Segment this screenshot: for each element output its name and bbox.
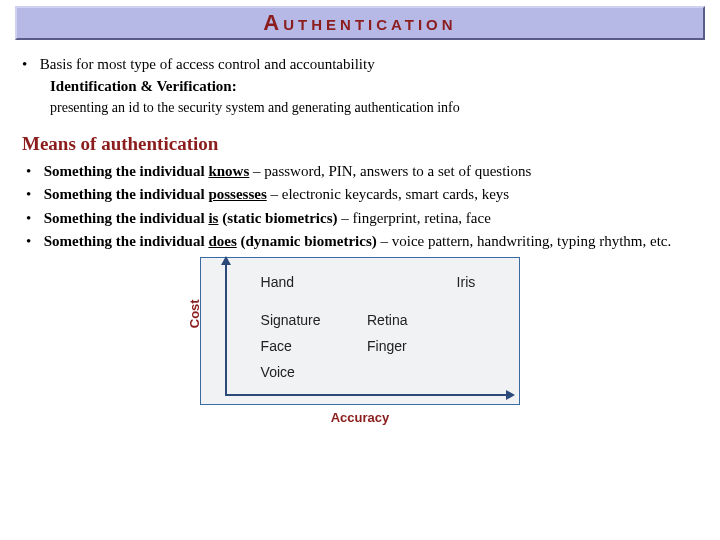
axis-arrow-up-icon (221, 256, 231, 265)
list-item: • Something the individual is (static bi… (26, 208, 698, 228)
chart-point-label: Signature (261, 311, 321, 330)
bullet-icon: • (26, 208, 40, 228)
chart-frame: HandSignatureFaceVoiceRetinaFingerIris (200, 257, 520, 405)
chart-point-label: Voice (261, 363, 295, 382)
chart-point-label: Retina (367, 311, 407, 330)
chart-point-label: Face (261, 337, 292, 356)
chart-plot-area: HandSignatureFaceVoiceRetinaFingerIris (225, 264, 507, 396)
slide-title: Authentication (263, 10, 456, 35)
bullet-icon: • (22, 54, 36, 74)
axis-arrow-right-icon (506, 390, 515, 400)
sub-ident-title: Identification & Verification: (50, 76, 698, 96)
biometrics-chart: Cost HandSignatureFaceVoiceRetinaFingerI… (200, 257, 520, 427)
means-list: • Something the individual knows – passw… (26, 161, 698, 251)
slide-content: • Basis for most type of access control … (0, 44, 720, 427)
chart-point-label: Iris (457, 273, 476, 292)
chart-xlabel: Accuracy (200, 409, 520, 427)
list-item: • Something the individual knows – passw… (26, 161, 698, 181)
bullet-basis-text: Basis for most type of access control an… (40, 56, 375, 72)
bullet-icon: • (26, 184, 40, 204)
list-item: • Something the individual does (dynamic… (26, 231, 698, 251)
sub-ident-text: presenting an id to the security system … (50, 99, 698, 118)
list-item: • Something the individual possesses – e… (26, 184, 698, 204)
bullet-icon: • (26, 161, 40, 181)
bullet-icon: • (26, 231, 40, 251)
bullet-basis: • Basis for most type of access control … (22, 54, 698, 74)
chart-point-label: Finger (367, 337, 407, 356)
heading-means: Means of authentication (22, 131, 698, 157)
slide-title-bar: Authentication (15, 6, 705, 40)
chart-point-label: Hand (261, 273, 294, 292)
